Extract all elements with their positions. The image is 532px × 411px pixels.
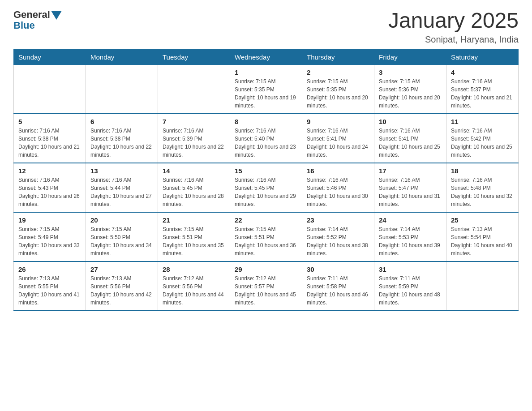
calendar-cell — [14, 64, 86, 114]
day-number: 20 — [90, 216, 153, 224]
calendar-cell: 31Sunrise: 7:11 AMSunset: 5:59 PMDayligh… — [374, 261, 446, 311]
day-info: Sunrise: 7:15 AMSunset: 5:35 PMDaylight:… — [307, 77, 369, 110]
day-number: 28 — [163, 265, 225, 273]
day-number: 11 — [451, 118, 514, 125]
day-info: Sunrise: 7:16 AMSunset: 5:44 PMDaylight:… — [90, 176, 153, 208]
calendar-cell: 25Sunrise: 7:13 AMSunset: 5:54 PMDayligh… — [446, 212, 519, 261]
calendar-cell: 12Sunrise: 7:16 AMSunset: 5:43 PMDayligh… — [14, 163, 86, 212]
day-info: Sunrise: 7:13 AMSunset: 5:54 PMDaylight:… — [451, 225, 514, 257]
calendar-cell: 20Sunrise: 7:15 AMSunset: 5:50 PMDayligh… — [86, 212, 158, 261]
week-row-2: 12Sunrise: 7:16 AMSunset: 5:43 PMDayligh… — [14, 163, 519, 212]
weekday-header-sunday: Sunday — [14, 49, 86, 64]
weekday-header-wednesday: Wednesday — [230, 49, 302, 64]
day-info: Sunrise: 7:16 AMSunset: 5:38 PMDaylight:… — [18, 127, 81, 159]
day-info: Sunrise: 7:16 AMSunset: 5:47 PMDaylight:… — [379, 176, 442, 208]
calendar-cell: 21Sunrise: 7:15 AMSunset: 5:51 PMDayligh… — [158, 212, 230, 261]
day-info: Sunrise: 7:12 AMSunset: 5:57 PMDaylight:… — [235, 274, 297, 307]
day-info: Sunrise: 7:16 AMSunset: 5:46 PMDaylight:… — [307, 176, 369, 208]
calendar-cell: 18Sunrise: 7:16 AMSunset: 5:48 PMDayligh… — [446, 163, 519, 212]
calendar-cell: 2Sunrise: 7:15 AMSunset: 5:35 PMDaylight… — [302, 64, 374, 114]
day-number: 2 — [307, 68, 369, 76]
day-info: Sunrise: 7:16 AMSunset: 5:45 PMDaylight:… — [163, 176, 225, 208]
week-row-4: 26Sunrise: 7:13 AMSunset: 5:55 PMDayligh… — [14, 261, 519, 311]
day-number: 12 — [18, 167, 81, 175]
day-number: 8 — [235, 118, 297, 125]
day-info: Sunrise: 7:14 AMSunset: 5:53 PMDaylight:… — [379, 225, 442, 257]
day-number: 6 — [90, 118, 153, 125]
calendar-cell: 9Sunrise: 7:16 AMSunset: 5:41 PMDaylight… — [302, 114, 374, 163]
weekday-header-monday: Monday — [86, 49, 158, 64]
week-row-1: 5Sunrise: 7:16 AMSunset: 5:38 PMDaylight… — [14, 114, 519, 163]
day-info: Sunrise: 7:16 AMSunset: 5:45 PMDaylight:… — [235, 176, 297, 208]
calendar-cell: 5Sunrise: 7:16 AMSunset: 5:38 PMDaylight… — [14, 114, 86, 163]
calendar-cell: 3Sunrise: 7:15 AMSunset: 5:36 PMDaylight… — [374, 64, 446, 114]
calendar-cell: 19Sunrise: 7:15 AMSunset: 5:49 PMDayligh… — [14, 212, 86, 261]
calendar-cell: 4Sunrise: 7:16 AMSunset: 5:37 PMDaylight… — [446, 64, 519, 114]
day-info: Sunrise: 7:13 AMSunset: 5:56 PMDaylight:… — [90, 274, 153, 307]
calendar-cell: 13Sunrise: 7:16 AMSunset: 5:44 PMDayligh… — [86, 163, 158, 212]
day-info: Sunrise: 7:11 AMSunset: 5:59 PMDaylight:… — [379, 274, 442, 307]
day-number: 24 — [379, 216, 442, 224]
day-number: 1 — [235, 68, 297, 76]
day-number: 19 — [18, 216, 81, 224]
day-info: Sunrise: 7:16 AMSunset: 5:48 PMDaylight:… — [451, 176, 514, 208]
calendar-cell: 8Sunrise: 7:16 AMSunset: 5:40 PMDaylight… — [230, 114, 302, 163]
calendar-header: SundayMondayTuesdayWednesdayThursdayFrid… — [14, 49, 519, 64]
day-info: Sunrise: 7:16 AMSunset: 5:40 PMDaylight:… — [235, 127, 297, 159]
weekday-header-tuesday: Tuesday — [158, 49, 230, 64]
calendar-cell: 7Sunrise: 7:16 AMSunset: 5:39 PMDaylight… — [158, 114, 230, 163]
day-number: 21 — [163, 216, 225, 224]
calendar-cell — [446, 261, 519, 311]
day-number: 15 — [235, 167, 297, 175]
day-number: 16 — [307, 167, 369, 175]
day-number: 26 — [18, 265, 81, 273]
day-number: 29 — [235, 265, 297, 273]
day-number: 23 — [307, 216, 369, 224]
day-info: Sunrise: 7:16 AMSunset: 5:39 PMDaylight:… — [163, 127, 225, 159]
calendar-cell: 30Sunrise: 7:11 AMSunset: 5:58 PMDayligh… — [302, 261, 374, 311]
day-info: Sunrise: 7:16 AMSunset: 5:43 PMDaylight:… — [18, 176, 81, 208]
weekday-header-row: SundayMondayTuesdayWednesdayThursdayFrid… — [14, 49, 519, 64]
weekday-header-saturday: Saturday — [446, 49, 519, 64]
day-number: 18 — [451, 167, 514, 175]
day-info: Sunrise: 7:15 AMSunset: 5:36 PMDaylight:… — [379, 77, 442, 110]
calendar-cell: 17Sunrise: 7:16 AMSunset: 5:47 PMDayligh… — [374, 163, 446, 212]
day-number: 25 — [451, 216, 514, 224]
day-info: Sunrise: 7:16 AMSunset: 5:42 PMDaylight:… — [451, 127, 514, 159]
day-info: Sunrise: 7:16 AMSunset: 5:41 PMDaylight:… — [307, 127, 369, 159]
calendar-title: January 2025 — [388, 9, 519, 33]
weekday-header-thursday: Thursday — [302, 49, 374, 64]
day-number: 22 — [235, 216, 297, 224]
day-number: 4 — [451, 68, 514, 76]
weekday-header-friday: Friday — [374, 49, 446, 64]
calendar-subtitle: Sonipat, Haryana, India — [388, 34, 519, 45]
day-info: Sunrise: 7:15 AMSunset: 5:51 PMDaylight:… — [235, 225, 297, 257]
logo: General Blue — [13, 9, 62, 31]
calendar-table: SundayMondayTuesdayWednesdayThursdayFrid… — [13, 49, 519, 311]
calendar-cell: 11Sunrise: 7:16 AMSunset: 5:42 PMDayligh… — [446, 114, 519, 163]
calendar-cell — [158, 64, 230, 114]
day-info: Sunrise: 7:15 AMSunset: 5:51 PMDaylight:… — [163, 225, 225, 257]
calendar-cell: 14Sunrise: 7:16 AMSunset: 5:45 PMDayligh… — [158, 163, 230, 212]
week-row-0: 1Sunrise: 7:15 AMSunset: 5:35 PMDaylight… — [14, 64, 519, 114]
day-number: 9 — [307, 118, 369, 125]
calendar-cell: 15Sunrise: 7:16 AMSunset: 5:45 PMDayligh… — [230, 163, 302, 212]
day-info: Sunrise: 7:16 AMSunset: 5:41 PMDaylight:… — [379, 127, 442, 159]
day-number: 5 — [18, 118, 81, 125]
calendar-cell: 10Sunrise: 7:16 AMSunset: 5:41 PMDayligh… — [374, 114, 446, 163]
day-info: Sunrise: 7:12 AMSunset: 5:56 PMDaylight:… — [163, 274, 225, 307]
day-info: Sunrise: 7:15 AMSunset: 5:50 PMDaylight:… — [90, 225, 153, 257]
calendar-cell: 22Sunrise: 7:15 AMSunset: 5:51 PMDayligh… — [230, 212, 302, 261]
day-number: 3 — [379, 68, 442, 76]
day-number: 31 — [379, 265, 442, 273]
day-number: 13 — [90, 167, 153, 175]
day-info: Sunrise: 7:16 AMSunset: 5:37 PMDaylight:… — [451, 77, 514, 110]
calendar-cell: 6Sunrise: 7:16 AMSunset: 5:38 PMDaylight… — [86, 114, 158, 163]
day-info: Sunrise: 7:13 AMSunset: 5:55 PMDaylight:… — [18, 274, 81, 307]
calendar-body: 1Sunrise: 7:15 AMSunset: 5:35 PMDaylight… — [14, 64, 519, 311]
title-block: January 2025 Sonipat, Haryana, India — [388, 9, 519, 45]
calendar-cell: 23Sunrise: 7:14 AMSunset: 5:52 PMDayligh… — [302, 212, 374, 261]
week-row-3: 19Sunrise: 7:15 AMSunset: 5:49 PMDayligh… — [14, 212, 519, 261]
calendar-cell: 27Sunrise: 7:13 AMSunset: 5:56 PMDayligh… — [86, 261, 158, 311]
day-number: 17 — [379, 167, 442, 175]
